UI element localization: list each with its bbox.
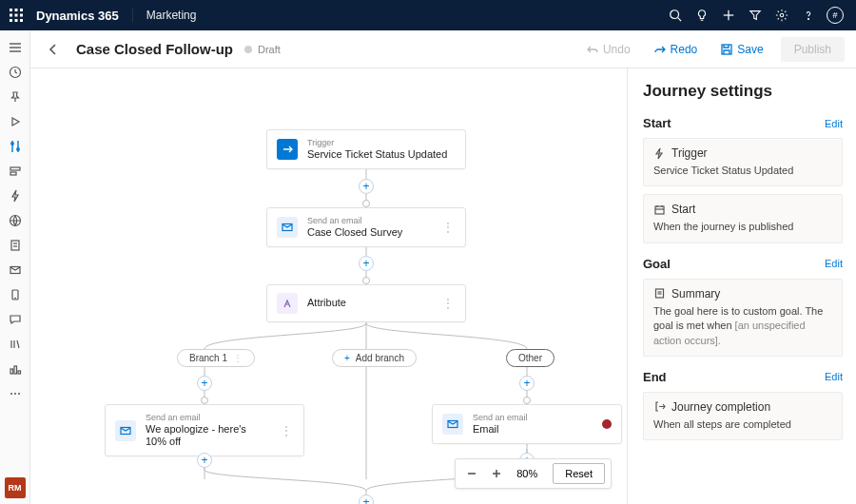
rail-menu-icon[interactable]: [2, 36, 29, 59]
add-step-button[interactable]: +: [197, 376, 212, 391]
panel-title: Journey settings: [643, 82, 843, 101]
svg-rect-25: [10, 167, 20, 170]
svg-rect-4: [15, 14, 18, 17]
exit-icon: [653, 400, 666, 413]
rail-globe-icon[interactable]: [2, 209, 29, 232]
svg-rect-3: [10, 14, 12, 17]
user-avatar[interactable]: #: [822, 0, 848, 30]
edit-end-link[interactable]: Edit: [825, 371, 843, 382]
svg-rect-1: [15, 9, 18, 11]
app-launcher-icon[interactable]: [8, 7, 25, 24]
filter-icon[interactable]: [742, 0, 768, 30]
connector-terminal: [201, 397, 208, 404]
svg-rect-39: [18, 371, 21, 374]
svg-rect-26: [10, 172, 16, 175]
node-more-icon[interactable]: ⋮: [440, 221, 456, 234]
connector-terminal: [362, 277, 370, 284]
node-email-generic[interactable]: Send an emailEmail: [432, 404, 622, 444]
module-label: Marketing: [132, 9, 197, 22]
section-end-heading: End: [643, 370, 667, 384]
svg-point-9: [671, 10, 679, 19]
svg-rect-5: [20, 14, 23, 17]
zoom-in-button[interactable]: [486, 463, 507, 484]
rail-analytics-icon[interactable]: [2, 358, 29, 380]
branch-pill[interactable]: Branch 1⋮: [177, 349, 255, 367]
rail-chat-icon[interactable]: [2, 308, 29, 331]
rail-pin-icon[interactable]: [2, 86, 29, 108]
rail-user-badge[interactable]: RM: [5, 477, 26, 498]
rail-form-icon[interactable]: [2, 234, 29, 257]
node-more-icon[interactable]: ⋮: [279, 424, 294, 437]
help-icon[interactable]: [795, 0, 822, 30]
node-more-icon[interactable]: ⋮: [440, 297, 456, 310]
node-trigger[interactable]: TriggerService Ticket Status Updated: [266, 129, 466, 169]
goal-summary-card: Summary The goal here is to custom goal.…: [643, 279, 843, 357]
back-button[interactable]: [42, 38, 65, 61]
branch-more-icon[interactable]: ⋮: [233, 353, 243, 363]
rail-flash-icon[interactable]: [2, 184, 29, 207]
node-attribute[interactable]: Attribute ⋮: [266, 284, 466, 322]
svg-point-41: [14, 393, 16, 395]
add-step-button[interactable]: +: [359, 256, 374, 271]
edit-goal-link[interactable]: Edit: [825, 258, 843, 269]
redo-button[interactable]: Redo: [648, 39, 704, 60]
svg-rect-8: [20, 19, 23, 22]
svg-line-36: [17, 340, 19, 348]
top-app-bar: Dynamics 365 Marketing #: [0, 0, 856, 30]
branch-other-pill[interactable]: Other: [506, 349, 554, 367]
rail-play-icon[interactable]: [2, 110, 29, 133]
add-step-button[interactable]: +: [359, 179, 374, 194]
svg-rect-57: [655, 206, 664, 214]
rail-journey-icon[interactable]: [2, 135, 29, 158]
zoom-control: 80% Reset: [455, 458, 612, 489]
svg-rect-2: [20, 9, 23, 11]
node-email-survey[interactable]: Send an emailCase Closed Survey ⋮: [266, 207, 466, 247]
trigger-icon: [653, 147, 666, 160]
svg-point-40: [10, 393, 12, 395]
add-step-button[interactable]: +: [519, 376, 535, 391]
rail-more-icon[interactable]: [2, 382, 29, 405]
save-button[interactable]: Save: [714, 39, 768, 60]
error-icon: [602, 419, 612, 429]
section-start-heading: Start: [643, 116, 671, 130]
trigger-icon: [277, 139, 298, 160]
svg-rect-37: [10, 369, 13, 374]
rail-recent-icon[interactable]: [2, 61, 29, 84]
connector-terminal: [523, 397, 531, 404]
journey-canvas[interactable]: TriggerService Ticket Status Updated + S…: [30, 68, 628, 504]
gear-icon[interactable]: [768, 0, 795, 30]
side-rail: RM: [0, 30, 30, 504]
edit-start-link[interactable]: Edit: [825, 118, 843, 129]
section-goal-heading: Goal: [643, 257, 671, 271]
publish-button: Publish: [781, 37, 845, 62]
node-email-apology[interactable]: Send an emailWe apologize - here's 10% o…: [105, 404, 304, 456]
idea-icon[interactable]: [689, 0, 715, 30]
undo-button[interactable]: Undo: [580, 39, 636, 60]
svg-rect-7: [15, 19, 18, 22]
search-icon[interactable]: [662, 0, 689, 30]
add-branch-button[interactable]: +Add branch: [332, 349, 417, 367]
add-step-button[interactable]: +: [359, 494, 374, 504]
brand-label: Dynamics 365: [36, 9, 119, 23]
start-trigger-card: Trigger Service Ticket Status Updated: [643, 138, 843, 186]
add-icon[interactable]: [715, 0, 742, 30]
svg-point-15: [807, 18, 808, 19]
rail-segment-icon[interactable]: [2, 160, 29, 183]
add-step-button[interactable]: +: [197, 453, 212, 468]
svg-point-14: [780, 13, 784, 17]
rail-mail-icon[interactable]: [2, 259, 29, 281]
summary-icon: [653, 287, 666, 300]
svg-point-42: [18, 393, 20, 395]
rail-phone-icon[interactable]: [2, 283, 29, 306]
email-icon: [277, 217, 298, 238]
zoom-out-button[interactable]: [461, 463, 482, 484]
start-when-card: Start When the journey is published: [643, 194, 843, 242]
svg-rect-0: [10, 9, 12, 11]
command-bar: Case Closed Follow-up Draft Undo Redo Sa…: [30, 30, 856, 68]
end-completion-card: Journey completion When all steps are co…: [643, 392, 843, 440]
svg-line-10: [678, 18, 682, 22]
zoom-reset-button[interactable]: Reset: [553, 463, 605, 484]
email-icon: [115, 420, 136, 441]
attribute-icon: [277, 293, 298, 314]
rail-library-icon[interactable]: [2, 333, 29, 356]
